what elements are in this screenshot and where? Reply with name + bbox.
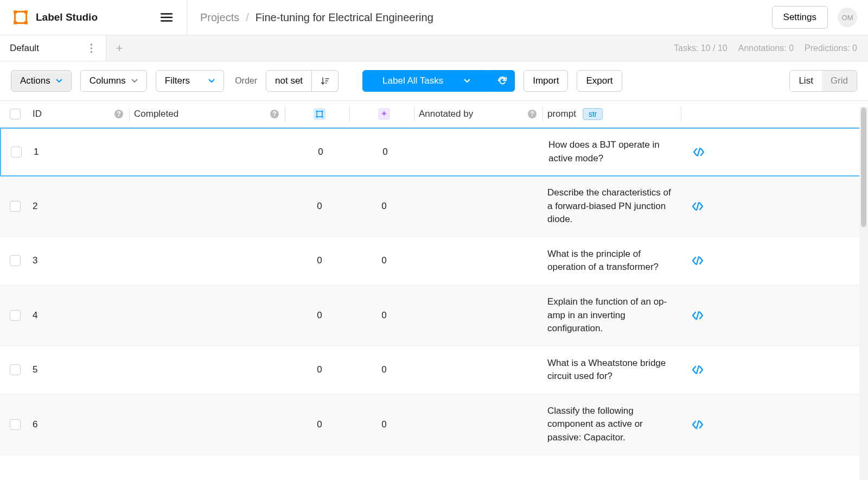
source-code-button[interactable]	[692, 311, 704, 320]
code-icon	[693, 148, 705, 156]
cell-predictions: 0	[354, 255, 414, 266]
help-icon[interactable]: ?	[527, 109, 537, 119]
cell-annotations: 0	[290, 310, 349, 321]
cell-prompt: Describe the characteristics of a forwar…	[547, 186, 671, 226]
row-checkbox[interactable]	[11, 147, 22, 157]
cell-prompt: What is a Wheatstone bridge circuit used…	[547, 357, 671, 383]
source-code-button[interactable]	[692, 256, 704, 265]
table-row[interactable]: 4 0 0 Explain the function of an op-amp …	[0, 286, 868, 346]
stats-tasks: Tasks: 10 / 10	[674, 43, 727, 53]
row-checkbox[interactable]	[10, 310, 21, 321]
table-row[interactable]: 1 0 0 How does a BJT operate in active m…	[0, 128, 868, 176]
svg-point-6	[91, 47, 93, 49]
cell-annotations: 0	[291, 147, 350, 157]
columns-dropdown[interactable]: Columns	[80, 70, 147, 92]
cell-prompt: How does a BJT operate in active mode?	[548, 138, 672, 165]
source-code-button[interactable]	[692, 202, 704, 211]
cell-predictions: 0	[354, 419, 414, 430]
predictions-column-icon[interactable]	[378, 108, 390, 120]
cell-predictions: 0	[354, 310, 414, 321]
avatar[interactable]: OM	[838, 8, 857, 27]
annotations-column-icon[interactable]	[314, 108, 326, 120]
cell-predictions: 0	[355, 147, 415, 157]
select-all-checkbox[interactable]	[10, 109, 21, 119]
source-code-button[interactable]	[692, 365, 704, 374]
table-row[interactable]: 3 0 0 What is the principle of operation…	[0, 237, 868, 286]
cell-annotations: 0	[290, 364, 349, 375]
scrollbar-thumb[interactable]	[861, 108, 866, 227]
filters-dropdown[interactable]: Filters	[156, 70, 224, 92]
table-row[interactable]: 2 0 0 Describe the characteristics of a …	[0, 176, 868, 237]
cell-id: 1	[34, 147, 130, 157]
column-annotated-by[interactable]: Annotated by	[419, 109, 473, 119]
logo-icon	[13, 10, 36, 25]
breadcrumb-current: Fine-tuning for Electrical Engineering	[256, 11, 433, 24]
code-icon	[692, 311, 704, 320]
row-checkbox[interactable]	[10, 364, 21, 375]
view-list-button[interactable]: List	[790, 71, 821, 91]
svg-point-13	[316, 111, 318, 112]
label-all-tasks-button[interactable]: Label All Tasks	[362, 70, 490, 92]
svg-point-16	[322, 116, 323, 118]
sort-icon	[321, 77, 329, 85]
logo[interactable]: Label Studio	[0, 0, 108, 35]
table-row[interactable]: 6 0 0 Classify the following component a…	[0, 395, 868, 455]
scrollbar[interactable]	[859, 106, 868, 455]
svg-point-15	[316, 116, 318, 118]
code-icon	[692, 365, 704, 374]
add-tab-button[interactable]: +	[106, 35, 132, 61]
hamburger-menu-button[interactable]	[146, 0, 187, 35]
app-name: Label Studio	[36, 11, 98, 23]
svg-rect-2	[24, 10, 28, 14]
view-grid-button[interactable]: Grid	[822, 71, 857, 91]
table-row[interactable]: 5 0 0 What is a Wheatstone bridge circui…	[0, 346, 868, 395]
refresh-button[interactable]	[490, 70, 515, 92]
tab-menu-button[interactable]	[87, 40, 96, 56]
column-prompt[interactable]: prompt	[547, 109, 576, 119]
cell-prompt: Explain the function of an op-amp in an …	[547, 295, 671, 336]
tab-label: Default	[10, 43, 39, 54]
chevron-down-icon	[56, 79, 62, 83]
column-completed[interactable]: Completed	[134, 109, 178, 119]
breadcrumb-separator: /	[246, 11, 249, 24]
label-all-label: Label All Tasks	[382, 75, 443, 86]
source-code-button[interactable]	[693, 148, 705, 156]
hamburger-icon	[159, 10, 174, 24]
dots-vertical-icon	[90, 43, 93, 53]
order-field-dropdown[interactable]: not set	[266, 70, 312, 92]
cell-prompt: What is the principle of operation of a …	[547, 248, 671, 274]
column-id[interactable]: ID	[33, 109, 42, 119]
import-button[interactable]: Import	[524, 70, 568, 92]
row-checkbox[interactable]	[10, 255, 21, 266]
stats-annotations: Annotations: 0	[738, 43, 794, 53]
stats-predictions: Predictions: 0	[805, 43, 857, 53]
breadcrumb-projects-link[interactable]: Projects	[200, 11, 239, 24]
help-icon[interactable]: ?	[114, 109, 124, 119]
view-toggle: List Grid	[789, 70, 857, 92]
svg-rect-3	[14, 21, 17, 24]
tab-default[interactable]: Default	[0, 35, 106, 61]
help-icon[interactable]: ?	[270, 109, 279, 119]
cell-id: 6	[33, 419, 129, 430]
export-button[interactable]: Export	[577, 70, 622, 92]
svg-point-5	[91, 43, 93, 46]
row-checkbox[interactable]	[10, 419, 21, 430]
row-checkbox[interactable]	[10, 201, 21, 212]
table-header: ID ? Completed ? Annotated by ? prompt	[0, 100, 868, 128]
chevron-down-icon	[131, 79, 138, 83]
actions-dropdown[interactable]: Actions	[11, 70, 72, 92]
order-direction-button[interactable]	[312, 70, 339, 92]
code-icon	[692, 256, 704, 265]
svg-text:?: ?	[272, 110, 276, 118]
actions-label: Actions	[20, 75, 50, 86]
svg-point-7	[91, 50, 93, 53]
cell-predictions: 0	[354, 201, 414, 212]
source-code-button[interactable]	[692, 420, 704, 429]
breadcrumb: Projects / Fine-tuning for Electrical En…	[187, 11, 772, 24]
cell-annotations: 0	[290, 255, 349, 266]
cell-annotations: 0	[290, 201, 349, 212]
cell-id: 2	[33, 201, 129, 212]
chevron-down-icon	[208, 79, 215, 83]
code-icon	[692, 202, 704, 211]
settings-button[interactable]: Settings	[772, 6, 828, 29]
